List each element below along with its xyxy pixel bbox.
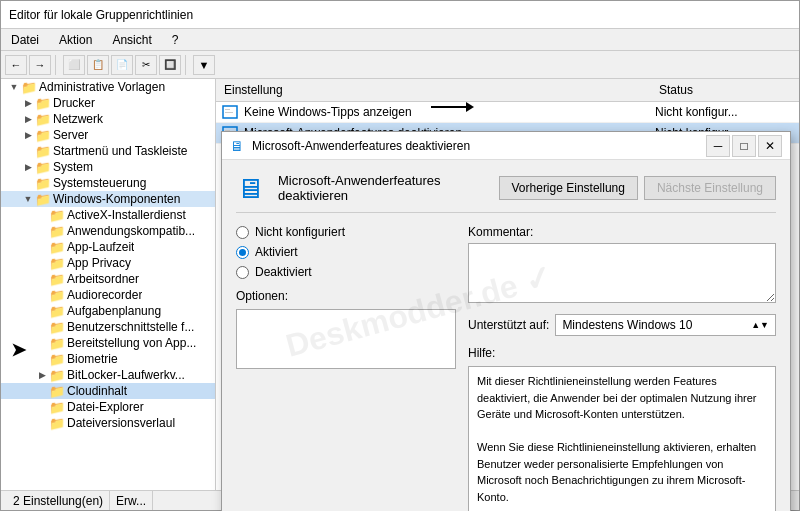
- comment-textarea[interactable]: [468, 243, 776, 303]
- folder-icon-server: 📁: [35, 128, 51, 142]
- tree-label-apl: App-Laufzeit: [67, 240, 134, 254]
- dialog-close-btn[interactable]: ✕: [758, 135, 782, 157]
- tree-item-audiorecorder[interactable]: ▶ 📁 Audiorecorder: [1, 287, 215, 303]
- tree-item-app-laufzeit[interactable]: ▶ 📁 App-Laufzeit: [1, 239, 215, 255]
- dialog-main-content: Nicht konfiguriert Aktiviert Deaktivie: [236, 225, 776, 511]
- toolbar-sep1: [55, 55, 59, 75]
- tree-panel[interactable]: ▼ 📁 Administrative Vorlagen ▶ 📁 Drucker …: [1, 79, 216, 490]
- radio-circle-ak: [236, 246, 249, 259]
- prev-setting-btn[interactable]: Vorherige Einstellung: [499, 176, 638, 200]
- tree-label-dv: Dateiversionsverlaul: [67, 416, 175, 430]
- tree-item-server[interactable]: ▶ 📁 Server: [1, 127, 215, 143]
- dialog-maximize-btn[interactable]: □: [732, 135, 756, 157]
- toolbar-btn4[interactable]: ✂: [135, 55, 157, 75]
- toolbar-filter[interactable]: ▼: [193, 55, 215, 75]
- dialog-controls: ─ □ ✕: [706, 135, 782, 157]
- help-text: Mit dieser Richtlinieneinstellung werden…: [477, 375, 756, 511]
- menu-aktion[interactable]: Aktion: [53, 31, 98, 49]
- tree-label-netzwerk: Netzwerk: [53, 112, 103, 126]
- toolbar-btn2[interactable]: 📋: [87, 55, 109, 75]
- menu-ansicht[interactable]: Ansicht: [106, 31, 157, 49]
- folder-icon-admin: 📁: [21, 80, 37, 94]
- tree-item-drucker[interactable]: ▶ 📁 Drucker: [1, 95, 215, 111]
- tree-item-biometrie[interactable]: ▶ 📁 Biometrie: [1, 351, 215, 367]
- tree-expand-drucker[interactable]: ▶: [21, 98, 35, 108]
- folder-icon-drucker: 📁: [35, 96, 51, 110]
- tree-item-anwendungskompatib[interactable]: ▶ 📁 Anwendungskompatib...: [1, 223, 215, 239]
- help-section: Hilfe: Mit dieser Richtlinieneinstellung…: [468, 346, 776, 511]
- options-section: Optionen:: [236, 289, 456, 369]
- tree-expand-bit[interactable]: ▶: [35, 370, 49, 380]
- tree-label-systemsteuerung: Systemsteuerung: [53, 176, 146, 190]
- toolbar-btn1[interactable]: ⬜: [63, 55, 85, 75]
- toolbar-forward[interactable]: →: [29, 55, 51, 75]
- tree-item-cloudinhalt[interactable]: ▶ 📁 Cloudinhalt: [1, 383, 215, 399]
- dialog-nav-buttons: Vorherige Einstellung Nächste Einstellun…: [499, 176, 776, 200]
- tree-label-drucker: Drucker: [53, 96, 95, 110]
- tree-item-datei-explorer[interactable]: ▶ 📁 Datei-Explorer: [1, 399, 215, 415]
- radio-circle-deak: [236, 266, 249, 279]
- right-item-0[interactable]: Keine Windows-Tipps anzeigen Nicht konfi…: [216, 102, 799, 123]
- tree-item-bitlocker[interactable]: ▶ 📁 BitLocker-Laufwerkv...: [1, 367, 215, 383]
- dialog-minimize-btn[interactable]: ─: [706, 135, 730, 157]
- tree-item-systemsteuerung[interactable]: ▶ 📁 Systemsteuerung: [1, 175, 215, 191]
- folder-icon-ber: 📁: [49, 336, 65, 350]
- tree-label-app-privacy: App Privacy: [67, 256, 131, 270]
- tree-expand-server[interactable]: ▶: [21, 130, 35, 140]
- folder-icon-systemsteuerung: 📁: [35, 176, 51, 190]
- tree-expand-wk[interactable]: ▼: [21, 194, 35, 204]
- next-setting-btn[interactable]: Nächste Einstellung: [644, 176, 776, 200]
- folder-icon-apl: 📁: [49, 240, 65, 254]
- supported-value-box: Mindestens Windows 10 ▲▼: [555, 314, 776, 336]
- radio-group: Nicht konfiguriert Aktiviert Deaktivie: [236, 225, 456, 279]
- folder-icon-activex: 📁: [49, 208, 65, 222]
- folder-icon-cloud: 📁: [49, 384, 65, 398]
- tree-item-activex[interactable]: ▶ 📁 ActiveX-Installerdienst: [1, 207, 215, 223]
- radio-label-deak: Deaktiviert: [255, 265, 312, 279]
- folder-icon-ben: 📁: [49, 320, 65, 334]
- tree-label-ber: Bereitstellung von App...: [67, 336, 196, 350]
- tree-label-system: System: [53, 160, 93, 174]
- radio-label-ak: Aktiviert: [255, 245, 298, 259]
- tree-item-system[interactable]: ▶ 📁 System: [1, 159, 215, 175]
- menu-help[interactable]: ?: [166, 31, 185, 49]
- tree-item-dateiversionsver[interactable]: ▶ 📁 Dateiversionsverlaul: [1, 415, 215, 431]
- radio-aktiviert[interactable]: Aktiviert: [236, 245, 456, 259]
- tree-expand-system[interactable]: ▶: [21, 162, 35, 172]
- tree-item-benutzerschnittstelle[interactable]: ▶ 📁 Benutzerschnittstelle f...: [1, 319, 215, 335]
- tree-item-windows-komponenten[interactable]: ▼ 📁 Windows-Komponenten: [1, 191, 215, 207]
- tree-item-arbeitsordner[interactable]: ▶ 📁 Arbeitsordner: [1, 271, 215, 287]
- folder-icon-bit: 📁: [49, 368, 65, 382]
- dialog-header-section: 🖥 Microsoft-Anwenderfeatures deaktiviere…: [236, 172, 776, 213]
- tree-label-server: Server: [53, 128, 88, 142]
- tree-expand-admin[interactable]: ▼: [7, 82, 21, 92]
- settings-dialog[interactable]: 🖥 Microsoft-Anwenderfeatures deaktiviere…: [221, 131, 791, 511]
- tree-item-app-privacy[interactable]: ▶ 📁 App Privacy: [1, 255, 215, 271]
- menu-datei[interactable]: Datei: [5, 31, 45, 49]
- svg-rect-2: [225, 112, 233, 113]
- status-pane2: Erw...: [110, 491, 153, 510]
- toolbar-back[interactable]: ←: [5, 55, 27, 75]
- tree-item-netzwerk[interactable]: ▶ 📁 Netzwerk: [1, 111, 215, 127]
- folder-icon-aufg: 📁: [49, 304, 65, 318]
- tree-item-startmenue[interactable]: ▶ 📁 Startmenü und Taskleiste: [1, 143, 215, 159]
- tree-label-startmenue: Startmenü und Taskleiste: [53, 144, 188, 158]
- tree-expand-netzwerk[interactable]: ▶: [21, 114, 35, 124]
- tree-item-aufgabenplanung[interactable]: ▶ 📁 Aufgabenplanung: [1, 303, 215, 319]
- tree-item-admin-vorlagen[interactable]: ▼ 📁 Administrative Vorlagen: [1, 79, 215, 95]
- folder-icon-netzwerk: 📁: [35, 112, 51, 126]
- options-box: [236, 309, 456, 369]
- supported-value-text: Mindestens Windows 10: [562, 318, 692, 332]
- radio-nicht-konfiguriert[interactable]: Nicht konfiguriert: [236, 225, 456, 239]
- tree-item-bereitstellung[interactable]: ▶ 📁 Bereitstellung von App...: [1, 335, 215, 351]
- dialog-left-panel: Nicht konfiguriert Aktiviert Deaktivie: [236, 225, 456, 511]
- folder-icon-dv: 📁: [49, 416, 65, 430]
- toolbar-btn5[interactable]: 🔲: [159, 55, 181, 75]
- title-bar-text: Editor für lokale Gruppenrichtlinien: [9, 8, 193, 22]
- dialog-body: 🖥 Microsoft-Anwenderfeatures deaktiviere…: [222, 160, 790, 511]
- supported-row: Unterstützt auf: Mindestens Windows 10 ▲…: [468, 314, 776, 336]
- toolbar: ← → ⬜ 📋 📄 ✂ 🔲 ▼: [1, 51, 799, 79]
- folder-icon-wk: 📁: [35, 192, 51, 206]
- radio-deaktiviert[interactable]: Deaktiviert: [236, 265, 456, 279]
- toolbar-btn3[interactable]: 📄: [111, 55, 133, 75]
